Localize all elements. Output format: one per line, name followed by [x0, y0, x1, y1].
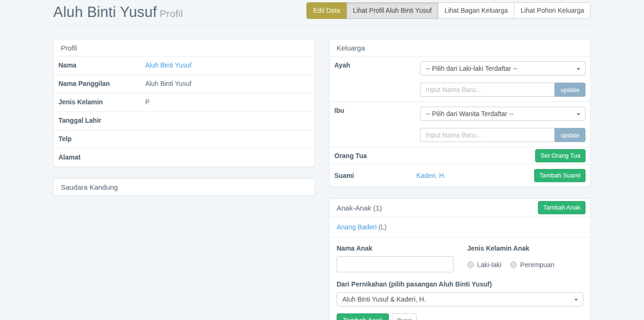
child-gender: (L) [377, 223, 387, 231]
profil-panel-title: Profil [54, 40, 314, 56]
row-value: Aluh Binti Yusuf [140, 75, 314, 93]
person-name: Aluh Binti Yusuf [53, 4, 157, 20]
jenis-kelamin-anak-label: Jenis Kelamin Anak [467, 244, 583, 252]
dari-pernikahan-label: Dari Pernikahan (pilih pasangan Aluh Bin… [337, 280, 583, 288]
add-child-form: Nama Anak Jenis Kelamin Anak Laki-laki P… [330, 237, 590, 320]
profil-panel: Profil Nama Aluh Binti Yusuf Nama Panggi… [53, 39, 315, 167]
row-value [140, 130, 314, 148]
lihat-pohon-button[interactable]: Lihat Pohon Keluarga [514, 2, 591, 19]
row-label: Tanggal Lahir [54, 112, 140, 130]
child-list-item: Anang Baderi (L) [330, 217, 590, 237]
row-value [140, 149, 314, 167]
radio-laki-laki-label: Laki-laki [477, 261, 501, 269]
ayah-update-button[interactable]: update [554, 83, 586, 97]
table-row: Telp [54, 130, 314, 148]
keluarga-panel-title: Keluarga [330, 40, 590, 56]
view-switcher: Edit Data Lihat Profil Aluh Binti Yusuf … [306, 2, 591, 19]
ibu-row: Ibu -- Pilih dari Wanita Terdaftar -- up… [330, 101, 590, 147]
tambah-anak-submit-button[interactable]: Tambah Anak [337, 313, 389, 320]
child-link[interactable]: Anang Baderi [337, 223, 377, 231]
nama-link[interactable]: Aluh Binti Yusuf [145, 61, 191, 69]
suami-label: Suami [330, 167, 416, 184]
table-row: Jenis Kelamin P [54, 93, 314, 111]
anak-anak-title: Anak-Anak (1) [337, 204, 382, 212]
suami-link[interactable]: Kaderi, H. [416, 167, 446, 184]
saudara-kandung-panel: Saudara Kandung [53, 178, 315, 196]
radio-perempuan[interactable] [510, 261, 517, 268]
ibu-name-input[interactable] [420, 128, 554, 142]
nama-anak-label: Nama Anak [337, 244, 460, 252]
row-label: Telp [54, 130, 140, 148]
edit-data-button[interactable]: Edit Data [306, 2, 347, 19]
batal-button[interactable]: Batal [392, 313, 417, 320]
row-value [140, 112, 314, 130]
saudara-kandung-title: Saudara Kandung [54, 179, 314, 195]
page-title: Aluh Binti YusufProfil [53, 4, 183, 21]
caret-down-icon [577, 68, 580, 70]
table-row: Nama Panggilan Aluh Binti Yusuf [54, 75, 314, 93]
set-orang-tua-button[interactable]: Set Orang Tua [535, 149, 586, 162]
keluarga-panel: Keluarga Ayah -- Pilih dari Laki-laki Te… [329, 39, 591, 187]
ayah-select-value: -- Pilih dari Laki-laki Terdaftar -- [426, 65, 517, 72]
row-value: P [140, 93, 314, 111]
content-columns: Profil Nama Aluh Binti Yusuf Nama Panggi… [53, 39, 591, 320]
row-label: Nama Panggilan [54, 75, 140, 93]
row-label: Alamat [54, 149, 140, 167]
pernikahan-select-value: Aluh Binti Yusuf & Kaderi, H. [342, 295, 426, 303]
tambah-suami-button[interactable]: Tambah Suami [534, 169, 586, 182]
ayah-row: Ayah -- Pilih dari Laki-laki Terdaftar -… [330, 56, 590, 101]
pernikahan-select[interactable]: Aluh Binti Yusuf & Kaderi, H. [337, 292, 583, 306]
lihat-bagan-button[interactable]: Lihat Bagan Keluarga [438, 2, 515, 19]
radio-perempuan-label: Perempuan [520, 261, 554, 269]
ibu-select[interactable]: -- Pilih dari Wanita Terdaftar -- [420, 107, 586, 121]
caret-down-icon [577, 113, 580, 116]
page-header: Aluh Binti YusufProfil Edit Data Lihat P… [53, 0, 591, 25]
ayah-name-input[interactable] [420, 83, 554, 97]
nama-anak-input[interactable] [337, 256, 454, 272]
ibu-label: Ibu [330, 102, 415, 147]
ibu-update-button[interactable]: update [554, 128, 586, 142]
right-column: Keluarga Ayah -- Pilih dari Laki-laki Te… [329, 39, 591, 320]
radio-laki-laki[interactable] [467, 261, 474, 268]
suami-row: Suami Kaderi, H. Tambah Suami [330, 164, 590, 186]
anak-anak-panel: Anak-Anak (1) Tambah Anak Anang Baderi (… [329, 198, 591, 320]
row-label: Jenis Kelamin [54, 93, 140, 111]
page-subtitle: Profil [160, 8, 183, 19]
tambah-anak-header-button[interactable]: Tambah Anak [538, 201, 586, 214]
ayah-select[interactable]: -- Pilih dari Laki-laki Terdaftar -- [420, 61, 586, 76]
table-row: Nama Aluh Binti Yusuf [54, 56, 314, 75]
ayah-label: Ayah [330, 57, 415, 101]
table-row: Tanggal Lahir [54, 111, 314, 130]
table-row: Alamat [54, 148, 314, 167]
lihat-profil-button[interactable]: Lihat Profil Aluh Binti Yusuf [347, 2, 438, 19]
orang-tua-label: Orang Tua [330, 147, 416, 164]
orang-tua-row: Orang Tua Set Orang Tua [330, 147, 590, 164]
left-column: Profil Nama Aluh Binti Yusuf Nama Panggi… [53, 39, 315, 320]
row-label: Nama [54, 57, 140, 75]
caret-down-icon [574, 299, 578, 301]
ibu-select-value: -- Pilih dari Wanita Terdaftar -- [426, 110, 513, 118]
page-container: Aluh Binti YusufProfil Edit Data Lihat P… [53, 0, 591, 320]
